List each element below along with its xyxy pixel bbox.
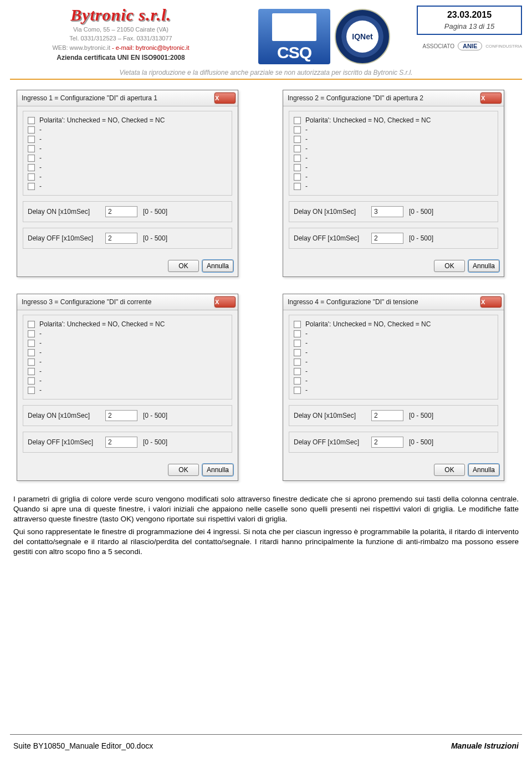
cancel-button[interactable]: Annulla <box>468 464 499 476</box>
dialog-title-text: Ingresso 1 = Configurazione "DI" di aper… <box>22 94 214 102</box>
option-checkbox[interactable] <box>28 368 35 375</box>
dialog-title-text: Ingresso 2 = Configurazione "DI" di aper… <box>288 94 480 102</box>
option-checkbox[interactable] <box>294 377 301 385</box>
option-label: - <box>305 349 308 356</box>
option-checkbox[interactable] <box>28 387 35 394</box>
option-checkbox[interactable] <box>28 377 35 385</box>
ok-button[interactable]: OK <box>434 464 465 476</box>
iqnet-logo: IQNet <box>335 9 390 64</box>
ok-button[interactable]: OK <box>168 464 199 476</box>
polarity-checkbox[interactable] <box>28 117 35 124</box>
polarity-checkbox[interactable] <box>28 321 35 328</box>
option-checkbox[interactable] <box>28 173 35 181</box>
delay-on-input[interactable]: 2 <box>105 206 137 217</box>
confindustria-logo: CONFINDUSTRIA <box>485 44 522 49</box>
option-label: - <box>39 163 42 171</box>
option-checkbox[interactable] <box>294 387 301 394</box>
close-button[interactable]: X <box>214 296 236 308</box>
delay-off-group: Delay OFF [x10mSec]2[0 - 500] <box>289 228 498 249</box>
cancel-button[interactable]: Annulla <box>202 260 233 272</box>
close-button[interactable]: X <box>480 93 502 104</box>
option-checkbox[interactable] <box>28 358 35 366</box>
footer-filename: Suite BY10850_Manuale Editor_00.docx <box>13 741 153 750</box>
delay-off-range: [0 - 500] <box>409 234 433 242</box>
page-number: Pagina 13 di 15 <box>422 22 516 30</box>
option-label: - <box>305 173 308 181</box>
cancel-button[interactable]: Annulla <box>202 464 233 476</box>
option-checkbox[interactable] <box>294 145 301 152</box>
date-box: 23.03.2015 Pagina 13 di 15 <box>417 6 522 35</box>
option-checkbox[interactable] <box>294 126 301 134</box>
option-label: - <box>39 339 42 347</box>
delay-on-range: [0 - 500] <box>409 208 433 216</box>
delay-off-input[interactable]: 2 <box>371 233 403 244</box>
document-date: 23.03.2015 <box>422 10 516 20</box>
option-checkbox[interactable] <box>28 126 35 134</box>
option-checkbox[interactable] <box>28 340 35 347</box>
delay-on-label: Delay ON [x10mSec] <box>294 208 366 216</box>
option-checkbox[interactable] <box>294 164 301 171</box>
dialog-title-text: Ingresso 4 = Configurazione "DI" di tens… <box>288 298 480 306</box>
dialog-titlebar: Ingresso 3 = Configurazione "DI" di corr… <box>17 294 238 310</box>
option-label: - <box>39 126 42 134</box>
delay-off-group: Delay OFF [x10mSec]2[0 - 500] <box>289 432 498 453</box>
polarity-checkbox[interactable] <box>294 321 301 328</box>
option-checkbox[interactable] <box>294 330 301 337</box>
delay-on-group: Delay ON [x10mSec]2[0 - 500] <box>289 405 498 426</box>
ok-button[interactable]: OK <box>434 260 465 272</box>
polarity-checkbox[interactable] <box>294 117 301 124</box>
option-label: - <box>39 349 42 356</box>
body-paragraph-2: Qui sono rappresentate le finestre di pr… <box>13 527 519 557</box>
delay-on-input[interactable]: 2 <box>371 410 403 421</box>
option-label: - <box>39 330 42 337</box>
option-label: - <box>305 163 308 171</box>
option-checkbox[interactable] <box>294 340 301 347</box>
dialog-ingresso-2: Ingresso 2 = Configurazione "DI" di aper… <box>283 90 504 277</box>
close-icon: X <box>481 95 501 101</box>
delay-off-input[interactable]: 2 <box>371 437 403 448</box>
delay-on-label: Delay ON [x10mSec] <box>294 412 366 419</box>
cancel-button[interactable]: Annulla <box>468 260 499 272</box>
option-checkbox[interactable] <box>294 358 301 366</box>
dialog-ingresso-1: Ingresso 1 = Configurazione "DI" di aper… <box>17 90 238 277</box>
body-paragraph-1: I parametri di griglia di colore verde s… <box>13 494 519 525</box>
option-checkbox[interactable] <box>28 155 35 162</box>
option-label: - <box>39 154 42 162</box>
delay-off-label: Delay OFF [x10mSec] <box>28 438 100 446</box>
delay-on-input[interactable]: 2 <box>105 410 137 421</box>
option-checkbox[interactable] <box>294 349 301 356</box>
delay-off-group: Delay OFF [x10mSec]2[0 - 500] <box>23 432 232 453</box>
close-button[interactable]: X <box>480 296 502 308</box>
footer-divider <box>10 734 522 735</box>
option-checkbox[interactable] <box>28 349 35 356</box>
polarity-label: Polarita': Unchecked = NO, Checked = NC <box>39 116 165 124</box>
option-label: - <box>39 358 42 366</box>
delay-on-group: Delay ON [x10mSec]3[0 - 500] <box>289 201 498 222</box>
option-checkbox[interactable] <box>294 155 301 162</box>
option-checkbox[interactable] <box>28 145 35 152</box>
option-checkbox[interactable] <box>28 330 35 337</box>
option-checkbox[interactable] <box>294 368 301 375</box>
ok-button[interactable]: OK <box>168 260 199 272</box>
close-button[interactable]: X <box>214 93 236 104</box>
delay-on-range: [0 - 500] <box>143 208 167 216</box>
option-checkbox[interactable] <box>294 183 301 190</box>
option-checkbox[interactable] <box>294 173 301 181</box>
option-label: - <box>305 135 308 143</box>
delay-off-input[interactable]: 2 <box>105 437 137 448</box>
footer-title: Manuale Istruzioni <box>451 741 519 750</box>
option-checkbox[interactable] <box>294 136 301 143</box>
company-logo: Bytronic s.r.l. <box>10 6 232 24</box>
option-checkbox[interactable] <box>28 164 35 171</box>
delay-off-input[interactable]: 2 <box>105 233 137 244</box>
delay-on-label: Delay ON [x10mSec] <box>28 208 100 216</box>
checkbox-group: Polarita': Unchecked = NO, Checked = NC-… <box>289 315 498 400</box>
option-checkbox[interactable] <box>28 136 35 143</box>
polarity-label: Polarita': Unchecked = NO, Checked = NC <box>39 320 165 328</box>
delay-on-input[interactable]: 3 <box>371 206 403 217</box>
dialog-titlebar: Ingresso 1 = Configurazione "DI" di aper… <box>17 90 238 106</box>
option-checkbox[interactable] <box>28 183 35 190</box>
option-label: - <box>39 367 42 375</box>
checkbox-group: Polarita': Unchecked = NO, Checked = NC-… <box>23 111 232 196</box>
dialog-ingresso-4: Ingresso 4 = Configurazione "DI" di tens… <box>283 294 504 481</box>
